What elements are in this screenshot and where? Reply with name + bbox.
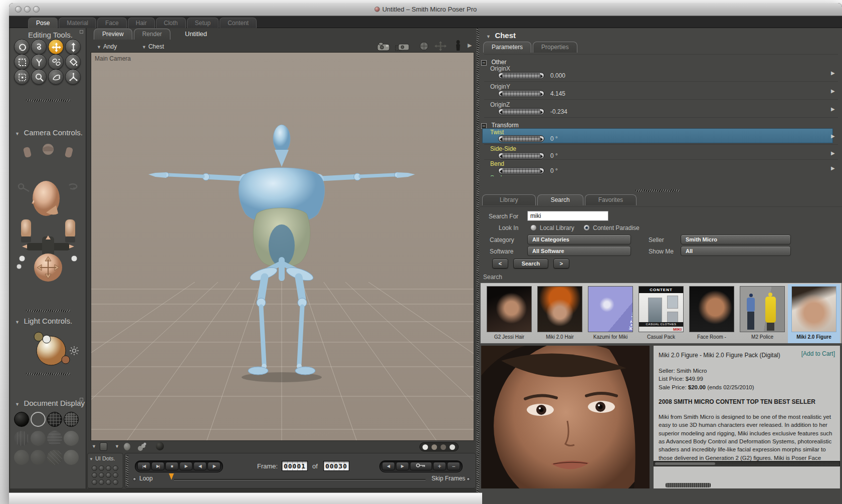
morphing-tool-icon[interactable] bbox=[48, 69, 64, 85]
ui-dot[interactable] bbox=[92, 472, 97, 478]
ball-control-icon[interactable] bbox=[124, 443, 130, 450]
view-magnifier-tool-icon[interactable] bbox=[31, 69, 47, 85]
display-style-hidden-line[interactable] bbox=[64, 412, 79, 427]
ui-dot[interactable] bbox=[92, 479, 97, 485]
display-style-wireframe[interactable] bbox=[47, 412, 62, 427]
add-key-button[interactable]: + bbox=[433, 462, 446, 470]
document-display-label[interactable]: ▼ Document Display bbox=[15, 399, 85, 408]
stop-button[interactable]: ■ bbox=[165, 462, 178, 470]
product-image[interactable] bbox=[481, 346, 650, 488]
delete-key-button[interactable]: − bbox=[447, 462, 460, 470]
tab-cloth[interactable]: Cloth bbox=[156, 18, 186, 29]
ui-dot[interactable] bbox=[99, 465, 104, 471]
param-menu-arrow-icon[interactable]: ▶ bbox=[831, 70, 835, 76]
translate-in-out-tool-icon[interactable] bbox=[65, 39, 81, 55]
display-style-flat-shaded[interactable] bbox=[31, 431, 46, 446]
search-button[interactable]: Search bbox=[513, 259, 548, 269]
ui-dot[interactable] bbox=[106, 465, 111, 471]
originz-dial[interactable] bbox=[498, 108, 544, 115]
thumbnail-m2-police[interactable] bbox=[740, 286, 785, 332]
prev-key-button[interactable]: ◀ bbox=[382, 462, 395, 470]
show-me-dropdown[interactable]: All bbox=[681, 246, 791, 256]
display-style-sketch[interactable] bbox=[47, 450, 62, 465]
quick-style-dot[interactable] bbox=[450, 444, 455, 450]
loop-toggle[interactable] bbox=[133, 477, 136, 481]
actor-menu[interactable]: ▼Andy bbox=[97, 43, 117, 50]
ui-dot[interactable] bbox=[106, 479, 111, 485]
next-key-button[interactable]: ▶ bbox=[396, 462, 409, 470]
drag-handle[interactable] bbox=[126, 455, 128, 486]
collapse-triangle-icon[interactable]: ▼ bbox=[115, 444, 119, 449]
param-value[interactable]: 0 ° bbox=[550, 135, 558, 142]
tab-favorites[interactable]: Favorites bbox=[585, 194, 637, 205]
camera-controls-cluster[interactable] bbox=[15, 140, 81, 284]
seller-dropdown[interactable]: Smith Micro bbox=[681, 234, 791, 244]
display-style-cartoon[interactable] bbox=[64, 431, 79, 446]
thumbnail-face-room[interactable] bbox=[689, 286, 734, 332]
description-scrollbar[interactable] bbox=[654, 461, 840, 466]
section-divider[interactable] bbox=[26, 310, 70, 312]
section-divider[interactable] bbox=[636, 189, 680, 192]
timeline-track[interactable] bbox=[174, 479, 426, 480]
add-to-cart-link[interactable]: [Add to Cart] bbox=[801, 350, 835, 357]
panel-scroll-handle[interactable] bbox=[666, 483, 711, 487]
titlebar[interactable]: Untitled – Smith Micro Poser Pro bbox=[9, 3, 842, 16]
display-style-smooth-lined[interactable] bbox=[31, 450, 46, 465]
prev-page-button[interactable]: < bbox=[492, 259, 508, 269]
panel-corner-icon[interactable] bbox=[80, 30, 83, 34]
thumbnail-kazumi-for-miki[interactable]: KaZuMi bbox=[588, 286, 633, 332]
scrollbar-thumb[interactable] bbox=[655, 462, 715, 465]
light-controls-label[interactable]: ▼ Light Controls. bbox=[15, 317, 72, 326]
section-divider[interactable] bbox=[26, 373, 70, 375]
content-paradise-radio[interactable] bbox=[583, 224, 590, 231]
tab-properties[interactable]: Properties bbox=[533, 42, 577, 53]
display-style-lit-wireframe[interactable] bbox=[14, 431, 29, 446]
display-style-smooth-shaded[interactable] bbox=[14, 450, 29, 465]
param-menu-arrow-icon[interactable]: ▶ bbox=[831, 106, 835, 112]
viewport[interactable]: Main Camera bbox=[91, 52, 474, 441]
skip-frames-toggle[interactable] bbox=[467, 477, 470, 481]
collapse-triangle-icon[interactable]: ▼ bbox=[92, 444, 96, 449]
rotate-tool-icon[interactable] bbox=[14, 39, 30, 55]
quick-style-dot[interactable] bbox=[441, 444, 446, 450]
param-menu-arrow-icon[interactable]: ▶ bbox=[831, 88, 835, 94]
step-forward-button[interactable]: |▶ bbox=[207, 462, 221, 470]
param-value[interactable]: 0 ° bbox=[550, 167, 558, 174]
thumbnail-casual-pack[interactable]: CONTENT CASUAL CLOTHES MIKI bbox=[639, 286, 684, 332]
camera-select-icon[interactable] bbox=[395, 42, 410, 53]
body-part-menu[interactable]: ▼Chest bbox=[142, 43, 164, 50]
ui-dot[interactable] bbox=[113, 479, 118, 485]
grouping-tool-icon[interactable] bbox=[14, 69, 30, 85]
taper-tool-icon[interactable] bbox=[31, 54, 47, 70]
originy-dial[interactable] bbox=[498, 90, 544, 97]
panel-splitter[interactable] bbox=[477, 28, 479, 504]
ui-dot[interactable] bbox=[99, 472, 104, 478]
sun-icon[interactable] bbox=[69, 346, 79, 358]
parameters-header[interactable]: ▼ Chest bbox=[486, 31, 516, 40]
scale-tool-icon[interactable] bbox=[14, 54, 30, 70]
playhead-marker[interactable] bbox=[169, 473, 174, 480]
color-tool-icon[interactable] bbox=[65, 54, 81, 70]
camera-controls-label[interactable]: ▼ Camera Controls. bbox=[15, 128, 83, 137]
first-frame-button[interactable]: |◀ bbox=[137, 462, 150, 470]
param-value[interactable]: 4.145 bbox=[550, 90, 565, 97]
move-camera-icon[interactable] bbox=[435, 41, 447, 53]
chain-break-tool-icon[interactable] bbox=[48, 54, 64, 70]
local-library-radio[interactable] bbox=[530, 224, 537, 231]
total-frames-counter[interactable]: 00030 bbox=[323, 461, 349, 471]
pane-toggle-button[interactable] bbox=[100, 442, 107, 451]
current-frame-counter[interactable]: 00001 bbox=[282, 461, 308, 471]
dark-sphere-icon[interactable] bbox=[156, 442, 164, 450]
display-quick-switch[interactable] bbox=[419, 442, 459, 451]
step-back-button[interactable]: ◀| bbox=[193, 462, 206, 470]
direct-manipulation-tool-icon[interactable] bbox=[65, 69, 81, 85]
section-divider[interactable] bbox=[26, 99, 70, 102]
search-input[interactable] bbox=[527, 211, 608, 221]
thumbnail-g2-jessi-hair[interactable] bbox=[487, 286, 532, 332]
camera-preset-icon[interactable] bbox=[376, 42, 390, 53]
trackball-icon[interactable] bbox=[419, 41, 429, 53]
twist-dial[interactable] bbox=[498, 135, 544, 142]
quick-style-dot[interactable] bbox=[432, 444, 437, 450]
figure-icon[interactable] bbox=[455, 40, 462, 53]
panel-corner-icon[interactable] bbox=[80, 398, 83, 401]
